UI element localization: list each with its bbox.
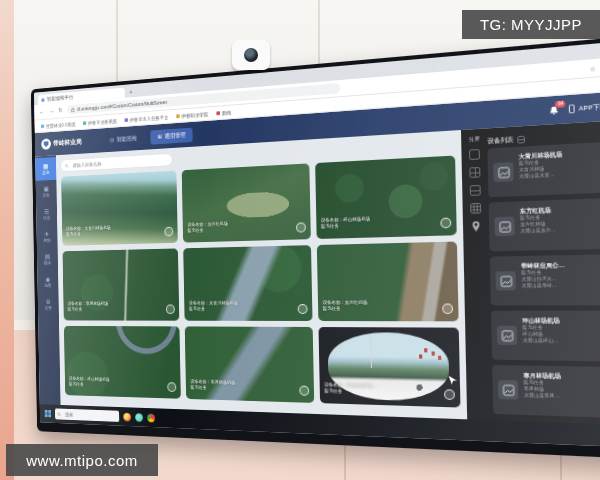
bookmark-label: 智慧林业2.0系统 — [46, 121, 76, 129]
sidebar-label: 航线 — [43, 238, 50, 243]
expand-button[interactable] — [299, 386, 309, 396]
bookmark-item[interactable]: 伊春市出入任务平台 — [124, 114, 168, 123]
browser-app-icon[interactable] — [123, 412, 131, 421]
gear-icon: ⚙ — [46, 299, 51, 305]
forward-button[interactable]: → — [49, 107, 55, 115]
nav-item-smart-patrol[interactable]: ◎智能巡检 — [103, 131, 144, 148]
watermark-site: www.mtipo.com — [6, 444, 158, 476]
taskbar-search-box — [55, 408, 119, 422]
sidebar-label: 媒体 — [44, 261, 51, 266]
device-name: 带岭林业局公… — [521, 261, 565, 270]
bookmark-label: 新闻 — [222, 109, 231, 115]
org-name: 带岭林业局 — [53, 137, 81, 148]
expand-button[interactable] — [297, 304, 307, 314]
bookmark-favicon-icon — [83, 121, 86, 125]
chrome-app-icon[interactable] — [147, 413, 155, 422]
nav-item-general-manage[interactable]: ⊞通用管理 — [151, 127, 193, 144]
layout-single-icon[interactable] — [469, 149, 480, 160]
device-search-box — [61, 154, 172, 172]
device-row[interactable]: 大青川林场机场暂无任务大青川林场大箐山县大青… 任务执行中 — [487, 139, 600, 197]
camera-card[interactable]: 设备名称：东方红机场暂无任务 — [182, 163, 311, 242]
bookmark-label: 伊春职业学院 — [181, 111, 208, 119]
bookmark-item[interactable]: 伊春市业务系统 — [83, 118, 117, 126]
device-row[interactable]: 寒月林场机场暂无任务寒月林场大箐山县寒月… 任务执行中 — [492, 365, 600, 420]
camera-card[interactable]: 设备名称：大青川林场机场暂无任务 — [61, 171, 178, 246]
new-tab-button[interactable]: + — [129, 88, 133, 98]
device-row[interactable]: 东方红机场暂无任务东方红林场大箐山县东方… 任务执行中 — [489, 196, 600, 251]
split-label: 分屏 — [469, 135, 480, 142]
map-icon: ◉ — [45, 276, 50, 282]
phone-icon — [569, 104, 575, 113]
camera-card-dock-fisheye[interactable]: 设备名称：带岭林业局公…暂无任务 — [318, 327, 460, 408]
layout-nine-icon[interactable] — [470, 203, 481, 214]
bookmark-label: 伊春市出入任务平台 — [129, 114, 168, 123]
device-thumbnail — [496, 271, 516, 290]
reload-button[interactable]: ↻ — [58, 107, 63, 115]
sidebar-item-media[interactable]: ▤媒体 — [37, 248, 58, 271]
bookmark-star-icon[interactable]: ☆ — [590, 64, 597, 72]
nav-label: 通用管理 — [165, 130, 186, 140]
bookmark-favicon-icon — [41, 124, 44, 128]
url-text: dl.ankonggu.com/#/Custom/Custom/MultiScr… — [77, 99, 168, 112]
sidebar-item-settings[interactable]: ⚙设置 — [38, 293, 59, 316]
sidebar-item-map[interactable]: ◉地图 — [37, 270, 58, 293]
expand-button[interactable] — [442, 304, 453, 314]
sidebar-item-devices[interactable]: ▣设备 — [36, 180, 57, 204]
app-download-link[interactable]: APP下载 — [569, 102, 600, 114]
camera-status: 暂无任务 — [188, 227, 229, 234]
expand-button[interactable] — [165, 227, 174, 237]
logo-shield-icon — [41, 138, 51, 149]
pinned-app-icon[interactable] — [135, 413, 143, 422]
layout-rows-icon[interactable] — [470, 185, 481, 196]
sidebar-item-tasks[interactable]: ☰任务 — [36, 202, 57, 225]
expand-button[interactable] — [444, 389, 455, 400]
map-pin-icon[interactable] — [472, 221, 481, 232]
patrol-icon: ◎ — [110, 137, 115, 143]
camera-card-grid: 设备名称：大青川林场机场暂无任务 设备名称：东方红机场暂无任务 设备名称：环山林… — [61, 156, 460, 408]
expand-button[interactable] — [440, 218, 451, 229]
camera-card[interactable]: 设备名称：寒月林场机场暂无任务 — [63, 248, 180, 320]
search-input[interactable] — [71, 156, 168, 169]
device-row[interactable]: 带岭林业局公…暂无任务大箐山扑灭火…大箐山县带岭… 空闲中 — [490, 253, 600, 305]
notification-bell-icon[interactable]: 94 — [550, 105, 559, 114]
app-download-label: APP下载 — [579, 102, 600, 114]
bookmark-item[interactable]: 新闻 — [216, 109, 231, 116]
device-row[interactable]: 环山林场机场暂无任务环山林场大箐山县环山… 任务执行中 — [491, 311, 600, 363]
back-button[interactable]: ← — [39, 108, 45, 116]
list-view-icon[interactable] — [517, 135, 525, 143]
bookmark-label: 伊春市业务系统 — [88, 118, 117, 126]
device-line: 大箐山县寒月… — [524, 392, 562, 399]
camera-card[interactable]: 设备名称：寒月林场机场暂无任务 — [185, 326, 314, 403]
overview-icon: ▦ — [43, 163, 48, 170]
camera-card[interactable]: 设备名称：大青川林场机场暂无任务 — [184, 245, 313, 321]
red-flags — [424, 348, 427, 352]
expand-button[interactable] — [296, 222, 306, 232]
device-name: 环山林场机场 — [522, 316, 560, 325]
camera-lens — [244, 48, 258, 62]
sidebar-item-routes[interactable]: ✈航线 — [37, 225, 58, 248]
notification-badge: 94 — [555, 101, 566, 108]
bookmark-item[interactable]: 伊春职业学院 — [176, 111, 208, 119]
camera-card[interactable]: 设备名称：环山林场机场暂无任务 — [64, 326, 181, 399]
camera-card[interactable]: 设备名称：东方红机场暂无任务 — [316, 242, 458, 322]
layout-quad-icon[interactable] — [469, 167, 480, 178]
task-icon: ☰ — [44, 208, 49, 215]
expand-button[interactable] — [168, 382, 177, 392]
sidebar-label: 设置 — [45, 306, 52, 311]
taskbar-search-input[interactable] — [63, 411, 116, 420]
sidebar-item-overview[interactable]: ▦总览 — [35, 157, 56, 181]
device-list-title: 设备列表 — [487, 135, 514, 146]
camera-status: 暂无任务 — [191, 385, 236, 392]
sidebar-label: 总览 — [42, 170, 49, 175]
bookmark-item[interactable]: 智慧林业2.0系统 — [41, 121, 76, 129]
sidebar-label: 设备 — [43, 193, 50, 198]
camera-status: 暂无任务 — [321, 222, 370, 230]
wall-seam — [318, 0, 320, 70]
device-line: 大箐山县大青… — [519, 171, 563, 179]
expand-button[interactable] — [166, 305, 175, 314]
camera-card[interactable]: 设备名称：环山林场机场暂无任务 — [315, 156, 457, 239]
device-panel: 分屏 设备列表 全部▾ 大青川林场机场暂无任务大青川林场大箐山县大青… 任务执行… — [461, 117, 600, 426]
device-thumbnail — [497, 326, 517, 345]
start-button[interactable] — [45, 410, 52, 417]
conference-camera — [232, 40, 270, 70]
